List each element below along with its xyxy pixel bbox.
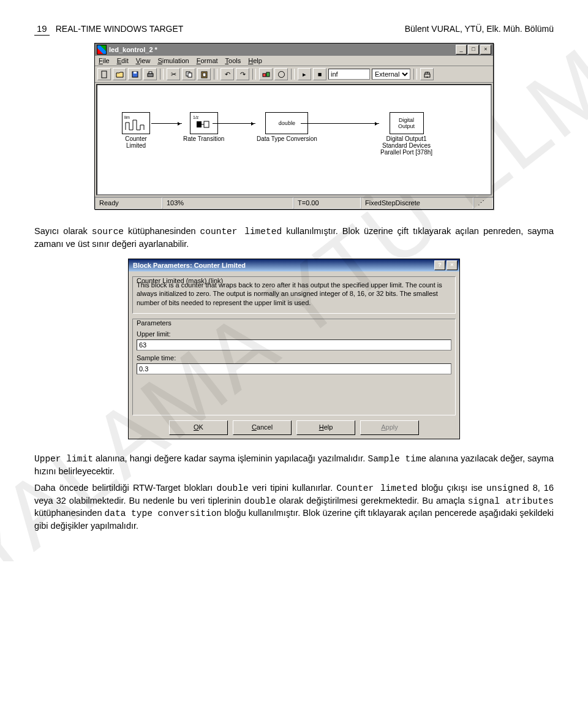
digital-output-block[interactable]: Digital Output Digital Output1 Standard … [380,112,432,156]
svg-rect-0 [102,71,107,78]
stop-time-input[interactable] [328,69,370,80]
undo-icon[interactable]: ↶ [221,68,234,80]
svg-rect-16 [204,121,209,127]
help-button[interactable]: ? [434,260,445,270]
redo-icon[interactable]: ↷ [236,68,249,80]
menu-simulation[interactable]: Simulation [157,57,189,64]
simulink-icon [97,45,107,55]
sample-time-label: Sample time: [137,354,451,362]
ok-button[interactable]: OK [169,420,228,435]
simulink-window: led_kontrol_2 * _ □ × File Edit View Sim… [94,43,494,210]
save-icon[interactable] [128,68,141,80]
status-time: T=0.00 [293,197,361,209]
build-icon[interactable] [420,68,434,80]
cancel-button[interactable]: Cancel [233,420,292,435]
svg-rect-9 [263,74,266,77]
menu-format[interactable]: Format [197,57,218,64]
sample-time-input[interactable] [137,363,451,374]
counter-limited-block[interactable]: lim Counter Limited [122,112,150,149]
svg-text:1/z: 1/z [193,115,199,119]
stop-icon[interactable]: ■ [313,68,326,80]
print-icon[interactable] [143,68,157,80]
titlebar: led_kontrol_2 * _ □ × [95,44,493,56]
copy-icon[interactable] [182,68,195,80]
maximize-button[interactable]: □ [468,45,479,55]
svg-point-11 [278,71,284,77]
open-icon[interactable] [113,68,126,80]
menu-edit[interactable]: Edit [117,57,129,64]
upper-limit-label: Upper limit: [137,330,451,338]
toolbar: ✂ ↶ ↷ ▸ ■ External [95,66,493,83]
menu-help[interactable]: Help [248,57,262,64]
resize-grip[interactable]: ⋰ [473,197,493,209]
help-button[interactable]: Help [296,420,355,435]
status-zoom: 103% [162,197,293,209]
menu-file[interactable]: File [99,57,110,64]
rate-transition-block[interactable]: 1/z Rate Transition [183,112,224,142]
statusbar: Ready 103% T=0.00 FixedStepDiscrete ⋰ [95,197,493,209]
wire [301,123,379,124]
mask-description: This block is a counter that wraps back … [137,281,451,307]
svg-rect-6 [188,73,192,77]
svg-rect-8 [203,73,206,77]
mask-group: Counter Limited (mask) (link) This block… [132,276,456,314]
new-icon[interactable] [97,68,111,80]
menu-tools[interactable]: Tools [225,57,241,64]
status-solver: FixedStepDiscrete [361,197,473,209]
parameters-group: Parameters Upper limit: Sample time: [132,319,456,415]
close-button[interactable]: × [447,260,458,270]
svg-rect-4 [149,72,152,74]
svg-rect-10 [266,72,270,77]
menu-view[interactable]: View [136,57,151,64]
wire [151,123,182,124]
menubar: File Edit View Simulation Format Tools H… [95,56,493,66]
upper-limit-input[interactable] [137,339,451,350]
close-button[interactable]: × [480,45,491,55]
parameters-legend: Parameters [137,319,172,327]
paragraph-1: Sayıcı olarak source kütüphanesinden cou… [34,225,554,250]
model-canvas[interactable]: lim Counter Limited 1/z Rate Transition … [96,84,492,195]
svg-rect-3 [148,74,153,77]
page-header: 19 REAL-TIME WINDOWS TARGET Bülent VURAL… [34,23,554,36]
dialog-titlebar: Block Parameters: Counter Limited ? × [129,259,459,271]
window-title: led_kontrol_2 * [109,46,454,53]
header-title-left: REAL-TIME WINDOWS TARGET [56,24,184,34]
minimize-button[interactable]: _ [456,45,467,55]
svg-rect-2 [134,72,137,74]
svg-text:lim: lim [124,115,130,119]
paragraph-3: Daha öncede belirtildiği RTW-Target blok… [34,482,554,532]
paste-icon[interactable] [197,68,211,80]
page-number: 19 [34,23,50,36]
dialog-title: Block Parameters: Counter Limited [133,262,433,269]
paragraph-2: Upper limit alanına, hangi değere kadar … [34,453,554,477]
simulation-mode-select[interactable]: External [372,69,410,80]
cut-icon[interactable]: ✂ [167,68,180,80]
play-icon[interactable]: ▸ [298,68,311,80]
svg-rect-15 [197,121,202,127]
apply-button[interactable]: Apply [360,420,419,435]
matlab-icon[interactable] [274,68,288,80]
status-ready: Ready [95,197,162,209]
header-title-right: Bülent VURAL, YTÜ, Elk. Müh. Bölümü [405,24,554,34]
block-parameters-dialog: Block Parameters: Counter Limited ? × Co… [128,259,460,439]
datatype-conversion-block[interactable]: double Data Type Conversion [257,112,317,142]
library-icon[interactable] [259,68,273,80]
wire [213,123,255,124]
dialog-buttons: OK Cancel Help Apply [129,417,459,439]
